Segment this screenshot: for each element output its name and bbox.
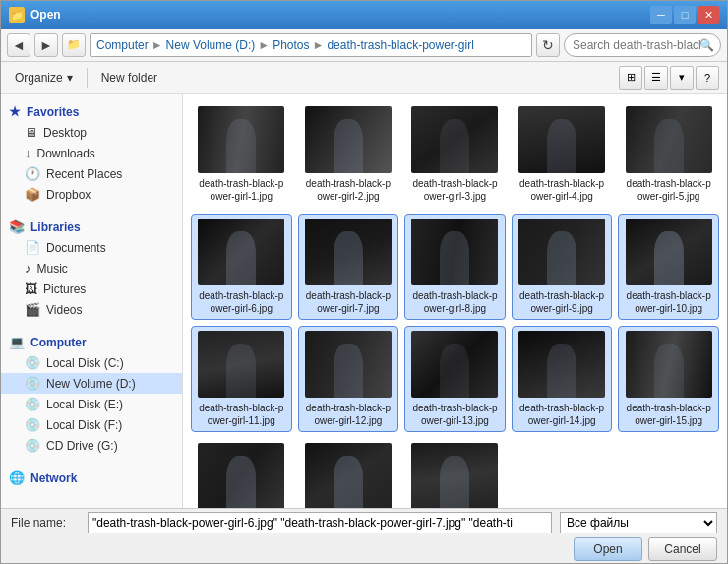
network-header[interactable]: 🌐 Network [1,468,182,488]
sidebar-item-desktop[interactable]: 🖥 Desktop [1,122,182,143]
search-input[interactable] [573,38,700,52]
cd-g-icon: 💿 [25,438,40,453]
file-item[interactable]: death-trash-black-power-girl-13.jpg [404,326,506,432]
file-item[interactable]: death-trash-black-power-girl-10.jpg [618,214,719,320]
computer-header[interactable]: 💻 Computer [1,332,182,352]
search-box[interactable]: 🔍 [564,33,721,57]
back-button[interactable]: ◄ [7,33,30,57]
filename-label: File name: [11,516,80,530]
videos-icon: 🎬 [25,302,40,317]
sidebar-item-local-c[interactable]: 💿 Local Disk (C:) [1,352,182,373]
file-name: death-trash-black-power-girl-13.jpg [410,402,499,427]
view-details-button[interactable]: ☰ [644,66,668,90]
file-thumbnail [411,331,498,398]
close-button[interactable]: ✕ [698,6,719,24]
network-icon: 🌐 [9,470,25,485]
recent-icon: 🕐 [25,166,40,181]
cancel-button[interactable]: Cancel [648,537,717,561]
file-thumbnail [198,443,284,508]
help-button[interactable]: ? [696,66,719,90]
file-item[interactable]: death-trash-black-power-girl-15.jpg [618,326,719,432]
network-section: 🌐 Network [1,468,182,488]
file-name: death-trash-black-power-girl-15.jpg [625,402,713,427]
file-item[interactable]: death-trash-black-power-girl-7.jpg [298,214,399,320]
file-item[interactable]: death-trash-black-power-girl-18.jpg [404,438,506,508]
libraries-section: 📚 Libraries 📄 Documents ♪ Music 🖼 Pictur… [1,217,182,320]
sidebar-item-music[interactable]: ♪ Music [1,258,182,279]
photo-figure [654,231,684,285]
address-path[interactable]: Computer ► New Volume (D:) ► Photos ► de… [90,33,532,57]
sidebar-item-documents[interactable]: 📄 Documents [1,237,182,258]
file-item[interactable]: death-trash-black-power-girl-3.jpg [404,101,506,208]
sidebar-divider-3 [1,460,182,468]
path-computer[interactable]: Computer [96,38,149,52]
title-bar: 📁 Open ─ □ ✕ [1,1,727,29]
organize-button[interactable]: Organize ▾ [9,65,79,91]
file-thumbnail [198,106,284,173]
music-icon: ♪ [25,261,31,276]
disk-e-icon: 💿 [25,397,40,411]
bottom-bar: File name: Все файлы Open Cancel [1,508,727,563]
file-thumbnail [305,106,392,173]
file-item[interactable]: death-trash-black-power-girl-6.jpg [191,214,292,320]
forward-button[interactable]: ► [34,33,58,57]
new-folder-button[interactable]: New folder [95,65,163,91]
photo-figure [334,231,363,285]
file-name: death-trash-black-power-girl-5.jpg [625,177,713,203]
sidebar-item-local-f[interactable]: 💿 Local Disk (F:) [1,414,182,435]
photo-figure [226,231,256,285]
file-name: death-trash-black-power-girl-3.jpg [410,177,499,203]
libraries-header[interactable]: 📚 Libraries [1,217,182,237]
photo-figure [334,456,363,508]
file-thumbnail [626,331,712,398]
file-item[interactable]: death-trash-black-power-girl-2.jpg [298,101,399,208]
filetype-select[interactable]: Все файлы [560,512,717,533]
file-item[interactable]: death-trash-black-power-girl-5.jpg [618,101,719,208]
file-thumbnail [518,219,605,285]
file-thumbnail [518,106,605,173]
sidebar-item-cd-g[interactable]: 💿 CD Drive (G:) [1,435,182,456]
view-dropdown-button[interactable]: ▾ [670,66,694,90]
refresh-button[interactable]: ↻ [536,33,560,57]
file-name: death-trash-black-power-girl-14.jpg [517,402,606,427]
open-button[interactable]: Open [574,537,642,561]
up-button[interactable]: 📁 [62,33,86,57]
file-item[interactable]: death-trash-black-power-girl-11.jpg [191,326,292,432]
file-thumbnail [305,443,392,508]
sidebar-item-pictures[interactable]: 🖼 Pictures [1,279,182,299]
sidebar-item-recent[interactable]: 🕐 Recent Places [1,163,182,184]
file-item[interactable]: death-trash-black-power-girl-14.jpg [512,326,613,432]
filename-input[interactable] [88,512,552,533]
photo-figure [440,344,469,398]
file-name: death-trash-black-power-girl-7.jpg [304,289,393,315]
sidebar-item-videos[interactable]: 🎬 Videos [1,299,182,320]
photo-figure [440,456,469,508]
file-name: death-trash-black-power-girl-4.jpg [517,177,606,203]
file-item[interactable]: death-trash-black-power-girl-4.jpg [512,101,613,208]
toolbar: Organize ▾ New folder ⊞ ☰ ▾ ? [1,62,727,94]
favorites-header[interactable]: ★ Favorites [1,101,182,122]
minimize-button[interactable]: ─ [650,6,672,24]
search-icon[interactable]: 🔍 [699,38,714,52]
file-item[interactable]: death-trash-black-power-girl-16.jpg [191,438,292,508]
path-folder[interactable]: death-trash-black-power-girl [327,38,473,52]
window-controls: ─ □ ✕ [650,6,719,24]
sidebar-item-new-volume-d[interactable]: 💿 New Volume (D:) [1,373,182,394]
sidebar-item-local-e[interactable]: 💿 Local Disk (E:) [1,394,182,414]
file-thumbnail [198,219,284,285]
file-thumbnail [305,331,392,398]
view-icons-button[interactable]: ⊞ [619,66,642,90]
file-item[interactable]: death-trash-black-power-girl-1.jpg [191,101,292,208]
file-area[interactable]: death-trash-black-power-girl-1.jpgdeath-… [183,94,727,508]
file-item[interactable]: death-trash-black-power-girl-17.jpg [298,438,399,508]
maximize-button[interactable]: □ [674,6,696,24]
photo-figure [440,119,469,173]
sidebar-item-downloads[interactable]: ↓ Downloads [1,143,182,163]
sidebar-item-dropbox[interactable]: 📦 Dropbox [1,184,182,205]
file-name: death-trash-black-power-girl-2.jpg [304,177,393,203]
path-photos[interactable]: Photos [273,38,309,52]
file-item[interactable]: death-trash-black-power-girl-12.jpg [298,326,399,432]
file-item[interactable]: death-trash-black-power-girl-8.jpg [404,214,506,320]
file-item[interactable]: death-trash-black-power-girl-9.jpg [512,214,613,320]
path-drive[interactable]: New Volume (D:) [166,38,256,52]
